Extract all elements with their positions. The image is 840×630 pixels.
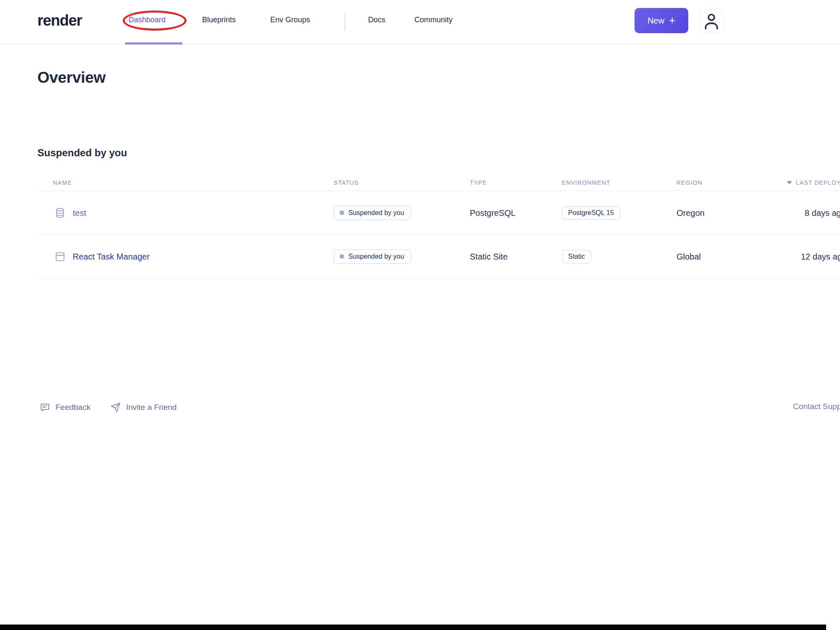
plus-icon: + xyxy=(669,15,675,26)
status-dot-icon xyxy=(340,210,344,215)
column-header-environment[interactable]: ENVIRONMENT xyxy=(562,179,611,186)
table-row-test[interactable]: test Suspended by you PostgreSQL Postgre… xyxy=(37,191,840,235)
bottom-black-bar xyxy=(0,625,826,630)
user-icon xyxy=(702,11,721,31)
column-header-last-deploy-label: LAST DEPLOY xyxy=(796,179,840,186)
service-name-link[interactable]: React Task Manager xyxy=(73,252,150,261)
environment-badge: Static xyxy=(562,250,591,263)
environment-badge: PostgreSQL 15 xyxy=(562,206,620,220)
column-header-last-deploy[interactable]: LAST DEPLOY xyxy=(787,179,840,186)
nav-item-blueprints[interactable]: Blueprints xyxy=(202,16,236,24)
account-menu-button[interactable] xyxy=(699,9,724,33)
nav-divider xyxy=(345,13,345,31)
last-deploy-value: 8 days ago xyxy=(805,208,840,218)
section-title-suspended: Suspended by you xyxy=(37,147,127,159)
top-navbar: render Dashboard Blueprints Env Groups D… xyxy=(0,0,840,45)
feedback-chat-icon xyxy=(39,402,50,413)
contact-label: Contact Support xyxy=(793,402,840,411)
new-button-label: New xyxy=(648,16,664,26)
nav-item-dashboard[interactable]: Dashboard xyxy=(129,16,166,24)
render-logo[interactable]: render xyxy=(37,12,82,29)
column-header-name[interactable]: NAME xyxy=(53,179,72,186)
invite-a-friend-button[interactable]: Invite a Friend xyxy=(110,402,176,413)
invite-label: Invite a Friend xyxy=(126,403,176,412)
status-label: Suspended by you xyxy=(348,253,404,260)
paper-plane-icon xyxy=(110,402,121,413)
sort-desc-caret-icon xyxy=(787,181,792,184)
column-header-region[interactable]: REGION xyxy=(677,179,703,186)
column-header-type[interactable]: TYPE xyxy=(470,179,487,186)
status-badge: Suspended by you xyxy=(334,206,411,220)
service-region: Oregon xyxy=(677,208,705,218)
status-label: Suspended by you xyxy=(348,209,404,217)
column-header-status[interactable]: STATUS xyxy=(334,179,359,186)
services-table: NAME STATUS TYPE ENVIRONMENT REGION LAST… xyxy=(37,176,840,278)
status-badge: Suspended by you xyxy=(334,249,411,264)
table-row-react-task-manager[interactable]: React Task Manager Suspended by you Stat… xyxy=(37,235,840,278)
service-region: Global xyxy=(677,252,701,261)
render-dashboard-page: render Dashboard Blueprints Env Groups D… xyxy=(0,0,840,630)
service-name-link[interactable]: test xyxy=(73,208,86,218)
service-type: Static Site xyxy=(470,252,508,261)
status-dot-icon xyxy=(340,254,344,259)
nav-item-docs[interactable]: Docs xyxy=(368,16,385,24)
feedback-button[interactable]: Feedback xyxy=(39,402,90,413)
nav-item-community[interactable]: Community xyxy=(414,16,453,24)
static-site-icon xyxy=(54,251,66,262)
service-type: PostgreSQL xyxy=(470,208,516,218)
page-title: Overview xyxy=(37,69,105,87)
new-button[interactable]: New + xyxy=(635,8,688,33)
contact-support-link[interactable]: Contact Support xyxy=(793,402,840,411)
dashboard-active-underline xyxy=(125,42,182,45)
feedback-label: Feedback xyxy=(55,403,90,412)
nav-item-env-groups[interactable]: Env Groups xyxy=(270,16,310,24)
table-header-row: NAME STATUS TYPE ENVIRONMENT REGION LAST… xyxy=(37,176,840,191)
last-deploy-value: 12 days ago xyxy=(801,252,840,261)
database-icon xyxy=(54,207,66,219)
